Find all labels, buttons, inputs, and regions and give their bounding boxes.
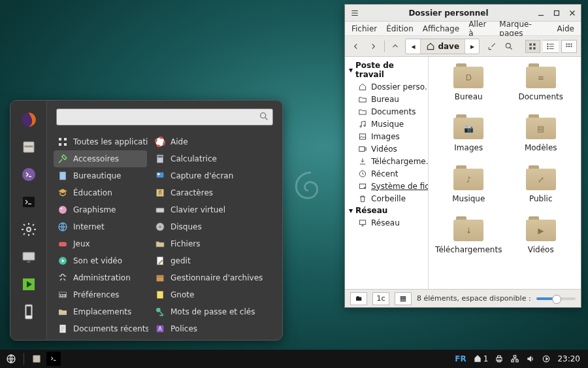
folder-item[interactable]: ⤢Public [505, 165, 578, 203]
menu-fichier[interactable]: Fichier [351, 24, 377, 33]
app-disks[interactable]: Disques [151, 218, 278, 235]
up-button[interactable] [389, 39, 403, 54]
maximize-button[interactable] [552, 8, 561, 18]
category-accessories[interactable]: Accessoires [54, 150, 147, 167]
category-graphics[interactable]: Graphisme [54, 201, 147, 218]
volume-icon[interactable] [526, 354, 535, 363]
svg-text:123: 123 [59, 293, 66, 297]
category-media[interactable]: Son et vidéo [54, 252, 147, 269]
svg-rect-41 [555, 10, 559, 15]
sidebar-item-trash[interactable]: Corbeille [345, 192, 428, 205]
clock[interactable]: 23:20 [557, 354, 580, 363]
category-globe[interactable]: Internet [54, 218, 147, 235]
svg-rect-46 [534, 47, 536, 50]
menu-marque-pages[interactable]: Marque-pages [499, 20, 547, 38]
app-keyboard[interactable]: Clavier virtuel [151, 201, 278, 218]
svg-point-48 [547, 46, 548, 46]
fav-terminal[interactable] [19, 192, 39, 212]
statusbar-grid[interactable]: ▦ [395, 292, 412, 305]
search-input[interactable] [56, 109, 273, 125]
search-button[interactable] [502, 39, 516, 54]
app-help[interactable]: Aide [151, 133, 278, 150]
sidebar-item-network[interactable]: Réseau [345, 216, 428, 229]
folder-item[interactable]: 📷Images [433, 114, 505, 152]
sidebar-group[interactable]: ▾Réseau [345, 205, 428, 216]
app-fonts[interactable]: APolices [151, 320, 278, 337]
notifications-icon[interactable]: 1 [473, 354, 489, 363]
fav-logout[interactable] [19, 275, 39, 294]
app-gedit[interactable]: gedit [151, 252, 278, 269]
hamburger-icon[interactable] [349, 8, 361, 18]
folder-icon: ↓ [453, 216, 483, 241]
folder-item[interactable]: ♪Musique [433, 165, 505, 203]
taskbar: FR 1 23:20 [0, 350, 588, 368]
compact-view-button[interactable] [561, 40, 577, 53]
forward-button[interactable] [366, 39, 380, 54]
app-gnote[interactable]: Gnote [151, 286, 278, 303]
folder-item[interactable]: ▤Modèles [505, 114, 578, 152]
sidebar-group[interactable]: ▾Poste de travail [345, 59, 428, 80]
category-prefs[interactable]: 123Préférences [54, 286, 147, 303]
zoom-slider[interactable] [536, 297, 576, 300]
fav-firefox[interactable] [19, 110, 39, 129]
fav-display[interactable] [19, 247, 39, 267]
pathseg-dave[interactable]: dave [421, 39, 465, 54]
close-button[interactable] [568, 8, 577, 18]
folder-item[interactable]: ▶Vidéos [505, 216, 578, 254]
location-toggle-icon[interactable] [485, 39, 499, 54]
sidebar-item-folder[interactable]: Bureau [345, 93, 428, 105]
sidebar-item-folder[interactable]: Documents [345, 105, 428, 118]
fav-phone[interactable] [19, 302, 39, 322]
sidebar-item-home[interactable]: Dossier perso… [345, 80, 428, 93]
app-chars[interactable]: ñCaractères [151, 184, 278, 201]
network-icon[interactable] [510, 354, 519, 363]
sidebar-item-image[interactable]: Images [345, 130, 428, 142]
menu-édition[interactable]: Édition [386, 24, 414, 33]
sidebar-item-video[interactable]: Vidéos [345, 142, 428, 155]
keyboard-layout-indicator[interactable]: FR [455, 354, 466, 363]
app-files[interactable]: Fichiers [151, 235, 278, 252]
taskbar-files-icon[interactable] [29, 352, 44, 366]
category-games[interactable]: Jeux [54, 235, 147, 252]
icon-view-button[interactable] [525, 40, 541, 53]
menu-aller à[interactable]: Aller à [468, 20, 490, 38]
power-icon[interactable] [542, 354, 551, 363]
taskbar-terminal-icon[interactable] [46, 352, 61, 366]
svg-rect-67 [498, 356, 501, 358]
category-education[interactable]: Éducation [54, 184, 147, 201]
pathseg-prev[interactable]: ◂ [406, 39, 421, 54]
category-admin[interactable]: Administration [54, 269, 147, 286]
start-button[interactable] [4, 352, 18, 366]
category-grid[interactable]: Toutes les applications [54, 133, 147, 150]
folder-item[interactable]: DBureau [433, 63, 505, 101]
folder-view[interactable]: DBureau≡Documents📷Images▤Modèles♪Musique… [429, 57, 581, 289]
folder-item[interactable]: ↓Téléchargements [433, 216, 505, 254]
window-title: Dossier personnel [361, 8, 536, 18]
category-office[interactable]: Bureautique [54, 167, 147, 184]
fav-settings[interactable] [19, 220, 39, 239]
category-places[interactable]: Emplacements [54, 303, 147, 320]
statusbar-scale[interactable]: 1c [372, 292, 389, 305]
sidebar-item-clock[interactable]: Récent [345, 167, 428, 180]
fav-terminal-purple[interactable] [19, 165, 39, 184]
sidebar-item-disk[interactable]: Système de fic… [345, 180, 428, 192]
statusbar-icon-view[interactable]: 🖿 [350, 292, 367, 305]
app-calc[interactable]: Calculatrice [151, 150, 278, 167]
fav-files[interactable] [19, 137, 39, 157]
sidebar-item-download[interactable]: Téléchargeme… [345, 155, 428, 167]
app-passwords[interactable]: Mots de passe et clés [151, 303, 278, 320]
back-button[interactable] [349, 39, 363, 54]
folder-item[interactable]: ≡Documents [505, 63, 578, 101]
app-screenshot[interactable]: Capture d'écran [151, 167, 278, 184]
menu-affichage[interactable]: Affichage [423, 24, 459, 33]
minimize-button[interactable] [536, 8, 546, 18]
places-sidebar: ▾Poste de travailDossier perso…BureauDoc… [345, 57, 429, 289]
sidebar-item-music[interactable]: Musique [345, 118, 428, 130]
pathseg-next[interactable]: ▸ [465, 39, 480, 54]
files-icon [155, 239, 165, 249]
app-archive[interactable]: Gestionnaire d'archives [151, 269, 278, 286]
list-view-button[interactable] [543, 40, 559, 53]
menu-aide[interactable]: Aide [557, 24, 574, 33]
category-recent[interactable]: Documents récents [54, 320, 147, 337]
printer-icon[interactable] [495, 354, 504, 363]
